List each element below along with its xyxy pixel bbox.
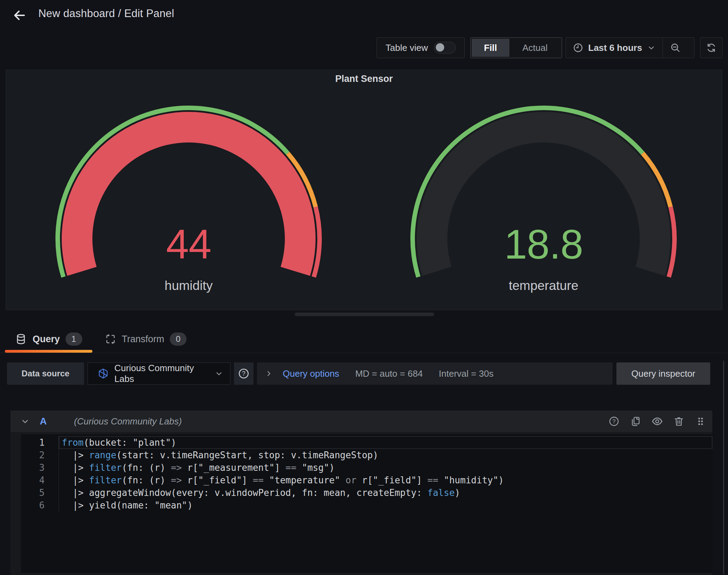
- fill-actual-group: Fill Actual: [470, 37, 562, 58]
- code-text: |> range(start: v.timeRangeStart, stop: …: [59, 449, 712, 461]
- time-range-label: Last 6 hours: [588, 43, 642, 53]
- fill-option[interactable]: Fill: [472, 39, 509, 57]
- clock-icon: [573, 43, 583, 53]
- query-datasource-hint: (Curious Community Labs): [74, 416, 608, 427]
- tab-transform-badge: 0: [170, 332, 187, 346]
- query-row-a: A (Curious Community Labs) ?: [10, 411, 712, 575]
- grafana-edit-panel: New dashboard / Edit Panel Table view Fi…: [0, 0, 728, 575]
- svg-text:?: ?: [242, 370, 245, 377]
- chevron-right-icon[interactable]: [262, 370, 276, 377]
- table-view-control: Table view: [377, 37, 465, 58]
- collapse-chevron-icon[interactable]: [17, 417, 33, 426]
- copy-icon: [630, 416, 641, 427]
- gutter-spacer: [45, 499, 59, 512]
- tab-transform[interactable]: Transform 0: [99, 328, 192, 351]
- zoom-out-button[interactable]: [663, 38, 688, 58]
- transform-icon: [105, 334, 116, 345]
- code-line[interactable]: 2 |> range(start: v.timeRangeStart, stop…: [21, 449, 712, 461]
- zoom-out-icon: [670, 42, 681, 53]
- back-button[interactable]: [10, 6, 29, 25]
- query-options-link[interactable]: Query options: [283, 368, 339, 379]
- gutter-spacer: [45, 461, 59, 474]
- database-icon: [15, 333, 27, 345]
- temperature-value: 18.8: [439, 221, 648, 268]
- line-number: 4: [21, 474, 45, 486]
- table-view-label: Table view: [386, 43, 428, 53]
- table-view-toggle[interactable]: [434, 42, 456, 54]
- eye-icon: [651, 415, 663, 427]
- line-number: 2: [21, 449, 45, 461]
- code-line[interactable]: 5 |> aggregateWindow(every: v.windowPeri…: [21, 486, 712, 499]
- code-text: |> filter(fn: (r) => r["_field"] == "tem…: [59, 474, 712, 486]
- datasource-field-label: Data source: [7, 362, 84, 385]
- duplicate-query-button[interactable]: [629, 415, 642, 428]
- line-number: 5: [21, 486, 45, 499]
- line-number: 3: [21, 461, 45, 474]
- grip-dots-icon: [695, 416, 706, 427]
- refresh-button[interactable]: [700, 37, 722, 58]
- influxdb-datasource-icon: [98, 368, 109, 379]
- datasource-picker[interactable]: Curious Community Labs: [88, 362, 230, 385]
- time-range-button[interactable]: Last 6 hours: [566, 38, 662, 58]
- gauge-panel[interactable]: Plant Sensor 44 humidity 18.8 temperatur…: [6, 70, 722, 310]
- interval-text: Interval = 30s: [439, 368, 494, 379]
- drag-handle[interactable]: [694, 415, 707, 428]
- actual-option[interactable]: Actual: [509, 39, 561, 57]
- chevron-down-icon: [647, 44, 655, 52]
- query-help-button[interactable]: ?: [608, 415, 620, 428]
- help-circle-icon: ?: [238, 368, 250, 380]
- max-data-points-text: MD = auto = 684: [355, 368, 423, 379]
- code-line[interactable]: 3 |> filter(fn: (r) => r["_measurement"]…: [21, 461, 712, 474]
- tab-query-label: Query: [32, 334, 60, 345]
- chevron-down-icon: [215, 369, 223, 378]
- gutter-spacer: [45, 449, 59, 461]
- editor-tabbar: Query 1 Transform 0: [0, 328, 728, 353]
- help-circle-icon: ?: [608, 416, 620, 427]
- svg-text:?: ?: [612, 418, 615, 425]
- line-number: 6: [21, 499, 45, 512]
- toggle-visibility-button[interactable]: [651, 415, 663, 428]
- panel-title: Plant Sensor: [6, 74, 722, 84]
- humidity-value: 44: [84, 221, 293, 268]
- line-number: 1: [21, 436, 45, 449]
- arrow-left-icon: [13, 8, 26, 22]
- scrollbar[interactable]: [723, 361, 724, 574]
- query-actions: ?: [608, 415, 707, 428]
- tab-query-badge: 1: [66, 332, 82, 346]
- active-tab-underline: [5, 350, 92, 353]
- flux-query-editor[interactable]: 1from(bucket: "plant")2 |> range(start: …: [21, 434, 712, 573]
- query-row-header[interactable]: A (Curious Community Labs) ?: [10, 411, 712, 432]
- tab-transform-label: Transform: [122, 334, 164, 345]
- code-line[interactable]: 1from(bucket: "plant"): [21, 436, 712, 449]
- code-text: |> yield(name: "mean"): [59, 499, 712, 512]
- code-text: |> aggregateWindow(every: v.windowPeriod…: [59, 486, 712, 499]
- code-text: from(bucket: "plant"): [59, 436, 712, 449]
- code-line[interactable]: 6 |> yield(name: "mean"): [21, 499, 712, 512]
- code-line[interactable]: 4 |> filter(fn: (r) => r["_field"] == "t…: [21, 474, 712, 486]
- datasource-help-button[interactable]: ?: [234, 362, 253, 385]
- humidity-label: humidity: [84, 278, 293, 293]
- tab-query[interactable]: Query 1: [5, 328, 92, 351]
- time-range-picker: Last 6 hours: [566, 37, 695, 58]
- delete-query-button[interactable]: [673, 415, 685, 428]
- toggle-knob: [436, 43, 444, 52]
- query-ref-id: A: [40, 416, 47, 427]
- temperature-label: temperature: [439, 278, 648, 293]
- code-text: |> filter(fn: (r) => r["_measurement"] =…: [59, 461, 712, 474]
- refresh-icon: [706, 42, 717, 53]
- gutter-spacer: [45, 436, 59, 449]
- panel-resize-handle[interactable]: [295, 313, 434, 316]
- query-inspector-button[interactable]: Query inspector: [616, 362, 710, 385]
- gutter-spacer: [45, 474, 59, 486]
- gutter-spacer: [45, 486, 59, 499]
- datasource-selected-value: Curious Community Labs: [114, 363, 209, 384]
- page-title: New dashboard / Edit Panel: [38, 7, 174, 20]
- trash-icon: [673, 416, 684, 427]
- query-options-bar: Query options MD = auto = 684 Interval =…: [257, 362, 613, 385]
